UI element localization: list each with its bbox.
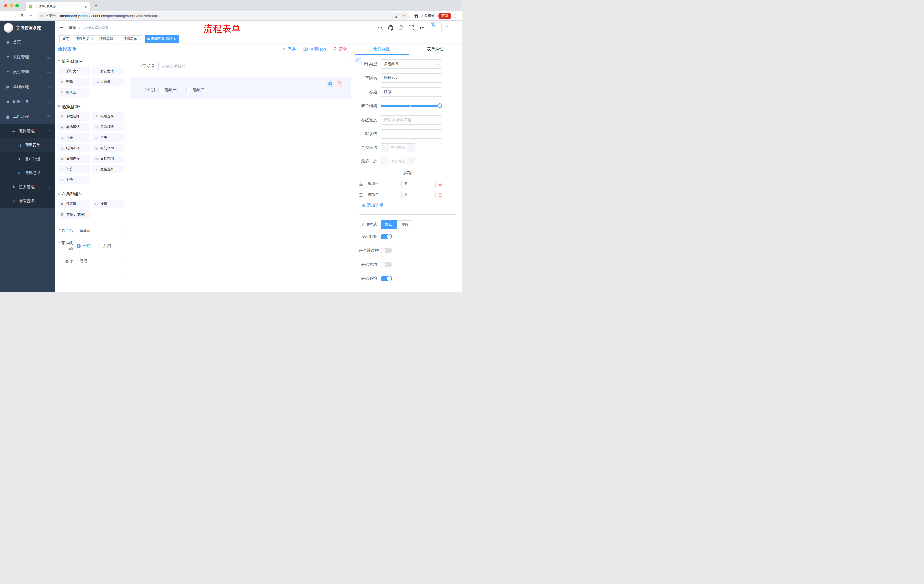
option-value-input[interactable] — [401, 191, 436, 199]
link-button[interactable] — [355, 57, 361, 63]
security-label[interactable]: 不安全 — [45, 13, 56, 18]
new-tab-button[interactable]: + — [92, 2, 100, 10]
gender-field-item[interactable]: *性别 选项一 选项二 — [130, 77, 351, 99]
max-select-input[interactable] — [389, 157, 407, 165]
github-icon[interactable] — [388, 25, 394, 31]
window-zoom-button[interactable] — [15, 4, 19, 7]
fullscreen-icon[interactable] — [408, 25, 414, 31]
style-default-button[interactable]: 默认 — [381, 220, 397, 229]
label-width-input[interactable] — [381, 115, 442, 125]
palette-item-radio-group[interactable]: ◉单选框组 — [58, 123, 90, 131]
app-logo[interactable]: 芋道管理系统 — [0, 21, 55, 35]
palette-item-color-picker[interactable]: ◑颜色选择 — [92, 165, 124, 173]
tab-component-props[interactable]: 组件属性 — [355, 43, 409, 54]
clear-button[interactable]: 清空 — [333, 46, 347, 52]
phone-field-item[interactable]: *手机号 — [130, 58, 351, 75]
default-value-input[interactable] — [381, 130, 442, 138]
sidebar-item-home[interactable]: ◉ 首页 — [0, 35, 55, 50]
field-name-input[interactable] — [381, 73, 442, 82]
palette-item-date-picker[interactable]: ▦日期选择 — [58, 155, 90, 163]
tag-process-model[interactable]: 流程模型 × — [97, 35, 119, 43]
search-icon[interactable] — [377, 25, 383, 31]
palette-item-upload[interactable]: ⇧上传 — [58, 176, 90, 184]
sidebar-item-payment-management[interactable]: ¥ 支付管理 — [0, 64, 55, 79]
style-button-button[interactable]: 按钮 — [397, 220, 413, 229]
remark-textarea[interactable]: 嘿嘿 — [77, 257, 122, 273]
delete-component-button[interactable] — [336, 80, 343, 87]
drag-handle-icon[interactable] — [359, 193, 363, 197]
close-icon[interactable]: × — [174, 37, 177, 41]
option-label-input[interactable] — [365, 180, 399, 188]
sidebar-item-infrastructure[interactable]: ▤ 基础设施 — [0, 79, 55, 94]
palette-item-time-range[interactable]: ◶时间范围 — [92, 144, 124, 152]
close-icon[interactable]: × — [115, 37, 117, 41]
address-bar[interactable]: ⚠ 不安全 dashboard.yudao.iocoder.cn/bpm/man… — [36, 12, 410, 20]
disabled-toggle[interactable] — [381, 262, 392, 267]
palette-item-multi-line-text[interactable]: ☰多行文本 — [92, 67, 124, 76]
window-minimize-button[interactable] — [10, 4, 13, 7]
tag-home[interactable]: 首页 — [59, 35, 71, 43]
copy-component-button[interactable] — [327, 80, 333, 87]
font-size-icon[interactable]: TT — [418, 25, 424, 31]
help-icon[interactable]: ? — [398, 25, 404, 31]
palette-item-password[interactable]: ⊠密码 — [58, 78, 90, 86]
palette-item-counter[interactable]: 123计数器 — [92, 78, 124, 86]
close-icon[interactable]: × — [139, 37, 141, 41]
tag-process-definition[interactable]: 流程定义 × — [73, 35, 96, 43]
sidebar-item-process-model[interactable]: ➤ 流程模型 — [0, 166, 55, 180]
sidebar-item-leave-query[interactable]: ☺ 请假查询 — [0, 194, 55, 208]
palette-item-rate[interactable]: ☆评分 — [58, 165, 90, 173]
tab-form-props[interactable]: 表单属性 — [409, 43, 462, 54]
avatar[interactable] — [430, 22, 442, 33]
decrease-button[interactable]: − — [381, 144, 389, 152]
palette-item-cascader[interactable]: ⋔级联选择 — [92, 112, 124, 120]
sidebar-item-workflow[interactable]: ▣ 工作流程 — [0, 109, 55, 124]
tab-close-button[interactable]: × — [85, 5, 87, 9]
url-text[interactable]: dashboard.yudao.iocoder.cn/bpm/manager/f… — [60, 14, 392, 18]
close-icon[interactable]: × — [91, 37, 93, 41]
palette-item-select[interactable]: ◎下拉选择 — [58, 112, 90, 120]
status-off-radio[interactable]: 关闭 — [97, 243, 111, 248]
palette-item-slider[interactable]: ↔滑块 — [92, 133, 124, 142]
tag-process-form-edit[interactable]: 流程表单-编辑 × — [145, 35, 179, 43]
tag-process-form[interactable]: 流程表单 × — [120, 35, 143, 43]
sidebar-item-process-form[interactable]: ▢ 流程表单 — [0, 138, 55, 152]
option-label-input[interactable] — [365, 191, 399, 199]
sidebar-item-user-group[interactable]: ❖ 用户分组 — [0, 152, 55, 166]
sidebar-item-dev-tools[interactable]: ⚒ 研发工具 — [0, 94, 55, 109]
form-grid-slider[interactable] — [381, 102, 442, 110]
increase-button[interactable]: + — [407, 144, 415, 152]
palette-item-button[interactable]: ◻按钮 — [92, 200, 124, 208]
phone-input[interactable] — [158, 61, 347, 71]
required-toggle[interactable] — [381, 276, 392, 281]
show-label-toggle[interactable] — [381, 234, 392, 239]
form-canvas[interactable]: *手机号 — [127, 55, 355, 292]
palette-item-date-range[interactable]: ▥日期范围 — [92, 155, 124, 163]
forward-button[interactable]: → — [11, 12, 19, 20]
palette-item-editor[interactable]: ✎编辑器 — [58, 88, 90, 97]
palette-item-checkbox-group[interactable]: ☑多选框组 — [92, 123, 124, 131]
save-button[interactable]: ✓ 保存 — [282, 46, 296, 52]
view-json-button[interactable]: 查看json — [303, 46, 326, 52]
slider-handle[interactable] — [437, 104, 442, 108]
form-name-input[interactable] — [77, 226, 122, 235]
status-on-radio[interactable]: 开启 — [77, 243, 91, 248]
checkbox-option-1[interactable]: 选项一 — [158, 87, 177, 92]
update-button[interactable]: 更新 — [438, 13, 451, 20]
browser-tab[interactable]: 芋道管理系统 × — [26, 2, 90, 12]
checkbox-option-2[interactable]: 选项二 — [186, 87, 205, 92]
avatar-caret-icon[interactable] — [446, 25, 448, 28]
window-close-button[interactable] — [4, 4, 7, 7]
hamburger-icon[interactable]: ☰ — [59, 25, 64, 31]
option-value-input[interactable] — [401, 180, 436, 188]
title-input[interactable] — [381, 87, 442, 97]
decrease-button[interactable]: − — [381, 157, 389, 165]
back-button[interactable]: ← — [3, 12, 11, 20]
sidebar-item-system-management[interactable]: ⚙ 系统管理 — [0, 50, 55, 64]
incognito-chip[interactable]: 无痕模式 — [414, 13, 435, 18]
remove-option-button[interactable]: ⊖ — [438, 192, 442, 197]
increase-button[interactable]: + — [407, 157, 415, 165]
palette-item-single-line-text[interactable]: ▭单行文本 — [58, 67, 90, 76]
border-toggle[interactable] — [381, 248, 392, 253]
sidebar-item-process-management[interactable]: ≣ 流程管理 — [0, 124, 55, 138]
